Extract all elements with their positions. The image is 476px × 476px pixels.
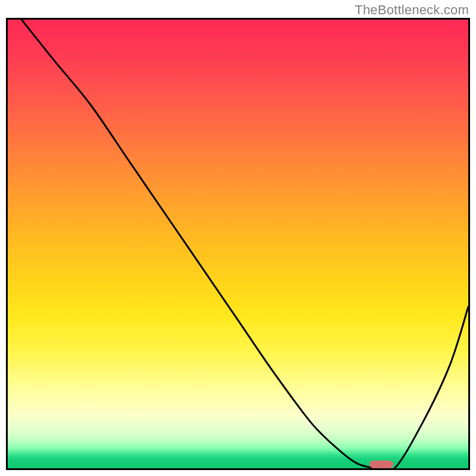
watermark-text: TheBottleneck.com [355, 2, 469, 18]
bottleneck-curve [8, 20, 468, 468]
chart-frame [6, 18, 470, 470]
optimal-marker [369, 461, 394, 468]
